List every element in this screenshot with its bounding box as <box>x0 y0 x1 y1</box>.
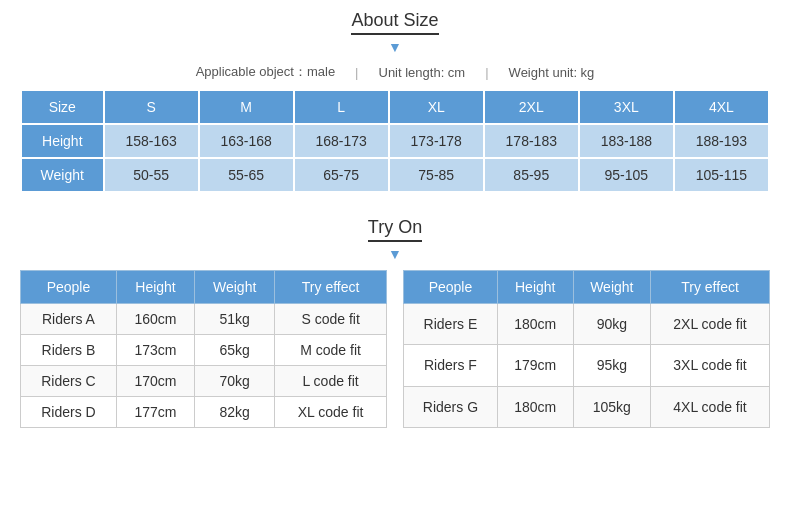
table-cell: 105kg <box>573 386 650 427</box>
table-cell: 55-65 <box>199 158 294 192</box>
table-cell: 160cm <box>116 304 194 335</box>
table-cell: 65kg <box>195 335 275 366</box>
size-col-header: Size <box>21 90 104 124</box>
tryon-col-header: Try effect <box>275 271 387 304</box>
row-label: Height <box>21 124 104 158</box>
table-row: Riders C170cm70kgL code fit <box>21 366 387 397</box>
size-col-4XL: 4XL <box>674 90 769 124</box>
table-cell: Riders C <box>21 366 117 397</box>
table-cell: 168-173 <box>294 124 389 158</box>
size-col-XL: XL <box>389 90 484 124</box>
tryon-section: Try On ▼ PeopleHeightWeightTry effect Ri… <box>20 217 770 428</box>
tryon-arrow-icon: ▼ <box>20 246 770 262</box>
tryon-title-wrap: Try On <box>20 217 770 242</box>
table-row: Riders B173cm65kgM code fit <box>21 335 387 366</box>
table-cell: 179cm <box>497 345 573 386</box>
unit-length: Unit length: cm <box>379 65 466 80</box>
size-table-header-row: SizeSMLXL2XL3XL4XL <box>21 90 769 124</box>
tryon-col-header: Height <box>116 271 194 304</box>
tryon-col-header: People <box>404 271 498 304</box>
table-row: Riders A160cm51kgS code fit <box>21 304 387 335</box>
table-cell: Riders B <box>21 335 117 366</box>
table-cell: 178-183 <box>484 124 579 158</box>
tryon-right-table: PeopleHeightWeightTry effect Riders E180… <box>403 270 770 428</box>
table-cell: 50-55 <box>104 158 199 192</box>
table-cell: 183-188 <box>579 124 674 158</box>
arrow-down-icon: ▼ <box>20 39 770 55</box>
tryon-col-header: Height <box>497 271 573 304</box>
table-row: Height158-163163-168168-173173-178178-18… <box>21 124 769 158</box>
table-cell: 188-193 <box>674 124 769 158</box>
tryon-title: Try On <box>368 217 422 242</box>
table-row: Weight50-5555-6565-7575-8585-9595-105105… <box>21 158 769 192</box>
size-table: SizeSMLXL2XL3XL4XL Height158-163163-1681… <box>20 89 770 193</box>
tryon-col-header: Weight <box>195 271 275 304</box>
tryon-left-tbody: Riders A160cm51kgS code fitRiders B173cm… <box>21 304 387 428</box>
table-cell: 51kg <box>195 304 275 335</box>
separator-2: | <box>485 65 488 80</box>
table-cell: 3XL code fit <box>651 345 770 386</box>
table-cell: XL code fit <box>275 397 387 428</box>
table-cell: S code fit <box>275 304 387 335</box>
tryon-col-header: Try effect <box>651 271 770 304</box>
table-cell: 158-163 <box>104 124 199 158</box>
table-cell: 75-85 <box>389 158 484 192</box>
table-cell: Riders A <box>21 304 117 335</box>
table-cell: 65-75 <box>294 158 389 192</box>
about-size-section: About Size <box>20 10 770 35</box>
tryon-col-header: People <box>21 271 117 304</box>
table-cell: 2XL code fit <box>651 304 770 345</box>
table-cell: Riders F <box>404 345 498 386</box>
table-cell: 70kg <box>195 366 275 397</box>
weight-unit: Weight unit: kg <box>509 65 595 80</box>
table-row: Riders D177cm82kgXL code fit <box>21 397 387 428</box>
table-cell: 82kg <box>195 397 275 428</box>
size-col-2XL: 2XL <box>484 90 579 124</box>
table-row: Riders G180cm105kg4XL code fit <box>404 386 770 427</box>
table-cell: 105-115 <box>674 158 769 192</box>
table-cell: 173-178 <box>389 124 484 158</box>
table-row: Riders F179cm95kg3XL code fit <box>404 345 770 386</box>
table-cell: 95-105 <box>579 158 674 192</box>
about-size-title: About Size <box>351 10 438 35</box>
table-cell: 180cm <box>497 386 573 427</box>
size-col-L: L <box>294 90 389 124</box>
table-cell: 163-168 <box>199 124 294 158</box>
row-label: Weight <box>21 158 104 192</box>
size-col-M: M <box>199 90 294 124</box>
separator-1: | <box>355 65 358 80</box>
tryon-tables-container: PeopleHeightWeightTry effect Riders A160… <box>20 270 770 428</box>
table-cell: 4XL code fit <box>651 386 770 427</box>
table-cell: 173cm <box>116 335 194 366</box>
tryon-left-table: PeopleHeightWeightTry effect Riders A160… <box>20 270 387 428</box>
table-cell: Riders E <box>404 304 498 345</box>
table-cell: Riders D <box>21 397 117 428</box>
table-cell: M code fit <box>275 335 387 366</box>
table-cell: Riders G <box>404 386 498 427</box>
table-cell: 85-95 <box>484 158 579 192</box>
table-cell: 95kg <box>573 345 650 386</box>
table-cell: 90kg <box>573 304 650 345</box>
table-cell: 180cm <box>497 304 573 345</box>
applicable-object: Applicable object：male <box>196 63 335 81</box>
table-cell: 170cm <box>116 366 194 397</box>
table-cell: 177cm <box>116 397 194 428</box>
tryon-right-header-row: PeopleHeightWeightTry effect <box>404 271 770 304</box>
tryon-left-header-row: PeopleHeightWeightTry effect <box>21 271 387 304</box>
size-col-S: S <box>104 90 199 124</box>
table-row: Riders E180cm90kg2XL code fit <box>404 304 770 345</box>
size-col-3XL: 3XL <box>579 90 674 124</box>
tryon-col-header: Weight <box>573 271 650 304</box>
tryon-right-tbody: Riders E180cm90kg2XL code fitRiders F179… <box>404 304 770 428</box>
table-cell: L code fit <box>275 366 387 397</box>
meta-row: Applicable object：male | Unit length: cm… <box>20 63 770 81</box>
